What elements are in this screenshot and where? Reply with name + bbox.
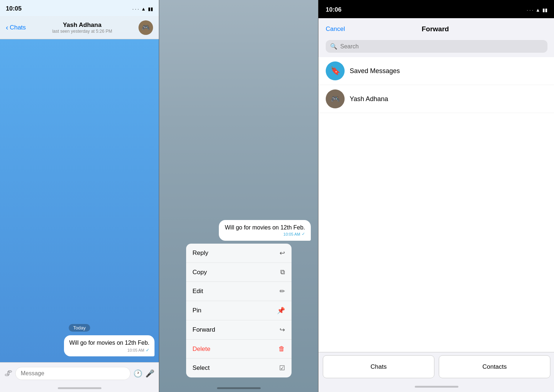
wifi-icon: ▲ (535, 7, 540, 13)
home-bar (58, 387, 101, 389)
cancel-button[interactable]: Cancel (326, 25, 345, 33)
edit-icon: ✏ (280, 287, 285, 295)
status-time: 10:06 (326, 6, 341, 13)
battery-icon: ▮▮ (542, 7, 547, 13)
status-bar: 10:06 · · · ▲ ▮▮ (318, 0, 554, 18)
back-label: Chats (10, 24, 26, 31)
forward-icon: ↪ (280, 326, 285, 334)
user-name: Yash Adhana (350, 95, 388, 103)
contact-list: 🔖 Saved Messages 🎮 Yash Adhana (318, 57, 554, 352)
select-icon: ☑ (279, 364, 285, 372)
home-bar (415, 386, 458, 388)
saved-messages-name: Saved Messages (350, 67, 400, 75)
preview-check: ✓ (302, 232, 305, 236)
mic-button[interactable]: 🎤 (145, 369, 154, 378)
edit-label: Edit (193, 288, 203, 295)
delete-icon: 🗑 (278, 345, 285, 353)
search-input-wrap: 🔍 (326, 40, 547, 53)
status-time: 10:05 (6, 5, 21, 12)
context-panel: Will go for movies on 12th Feb. 10:05 AM… (159, 0, 318, 392)
status-bar: 10:05 · · · ▲ ▮▮ (0, 0, 159, 16)
signal-icon: · · · (132, 6, 139, 12)
search-bar: 🔍 (318, 40, 554, 57)
forward-label: Forward (193, 326, 215, 333)
wifi-icon: ▲ (141, 6, 146, 12)
signal-icon: · · · (527, 7, 533, 13)
pin-label: Pin (193, 307, 202, 314)
menu-item-reply[interactable]: Reply ↩ (186, 244, 292, 263)
reply-label: Reply (193, 249, 208, 257)
avatar[interactable]: 🎮 (138, 20, 153, 35)
nav-bar: ‹ Chats Yash Adhana last seen yesterday … (0, 16, 159, 39)
status-icons: · · · ▲ ▮▮ (527, 7, 547, 13)
copy-icon: ⧉ (280, 268, 285, 276)
home-indicator (318, 381, 554, 392)
contact-status: last seen yesterday at 5:26 PM (26, 29, 138, 34)
contact-info: Yash Adhana last seen yesterday at 5:26 … (26, 21, 138, 34)
preview-meta: 10:05 AM ✓ (225, 232, 305, 236)
delete-label: Delete (193, 345, 210, 353)
bottom-tabs: Chats Contacts (318, 352, 554, 381)
chevron-left-icon: ‹ (6, 23, 8, 32)
menu-item-edit[interactable]: Edit ✏ (186, 282, 292, 301)
message-meta: 10:05 AM ✓ (69, 348, 149, 353)
preview-bubble: Will go for movies on 12th Feb. 10:05 AM… (219, 220, 311, 241)
menu-item-select[interactable]: Select ☑ (186, 359, 292, 377)
message-time: 10:05 AM (128, 348, 144, 352)
forward-nav-bar: Cancel Forward (318, 18, 554, 40)
status-icons: · · · ▲ ▮▮ (132, 6, 153, 12)
home-indicator (217, 384, 261, 392)
contact-name: Yash Adhana (26, 21, 138, 29)
tab-contacts[interactable]: Contacts (439, 355, 550, 378)
chat-area: Today Will go for movies on 12th Feb. 10… (0, 39, 159, 362)
pin-icon: 📌 (277, 307, 285, 315)
select-label: Select (193, 364, 210, 372)
message-text: Will go for movies on 12th Feb. (69, 339, 149, 347)
reply-icon: ↩ (280, 249, 285, 257)
saved-messages-avatar: 🔖 (326, 61, 345, 80)
menu-item-copy[interactable]: Copy ⧉ (186, 263, 292, 282)
message-input[interactable] (15, 367, 131, 380)
menu-item-forward[interactable]: Forward ↪ (186, 320, 292, 340)
home-bar (217, 387, 261, 389)
contact-item-yash[interactable]: 🎮 Yash Adhana (318, 85, 554, 113)
attach-button[interactable]: 🖇 (4, 369, 12, 378)
forward-panel: 10:06 · · · ▲ ▮▮ Cancel Forward 🔍 🔖 Save… (318, 0, 554, 392)
preview-time: 10:05 AM (284, 232, 300, 236)
message-bubble[interactable]: Will go for movies on 12th Feb. 10:05 AM… (64, 335, 154, 356)
user-avatar: 🎮 (326, 89, 345, 108)
input-bar: 🖇 🕐 🎤 (0, 362, 159, 384)
home-indicator (0, 384, 159, 392)
back-button[interactable]: ‹ Chats (6, 23, 26, 32)
preview-text: Will go for movies on 12th Feb. (225, 224, 305, 231)
menu-item-delete[interactable]: Delete 🗑 (186, 340, 292, 359)
context-menu: Reply ↩ Copy ⧉ Edit ✏ Pin 📌 Forward ↪ De… (186, 244, 292, 377)
emoji-button[interactable]: 🕐 (133, 369, 142, 378)
chat-panel: 10:05 · · · ▲ ▮▮ ‹ Chats Yash Adhana las… (0, 0, 159, 392)
battery-icon: ▮▮ (148, 6, 153, 12)
search-input[interactable] (340, 43, 543, 50)
tab-chats[interactable]: Chats (323, 355, 434, 378)
forward-title: Forward (422, 25, 449, 33)
date-separator: Today (4, 324, 154, 331)
context-content: Will go for movies on 12th Feb. 10:05 AM… (159, 220, 318, 384)
contact-item-saved[interactable]: 🔖 Saved Messages (318, 57, 554, 85)
search-icon: 🔍 (330, 43, 337, 50)
message-check: ✓ (146, 348, 149, 353)
menu-item-pin[interactable]: Pin 📌 (186, 301, 292, 320)
copy-label: Copy (193, 269, 207, 276)
